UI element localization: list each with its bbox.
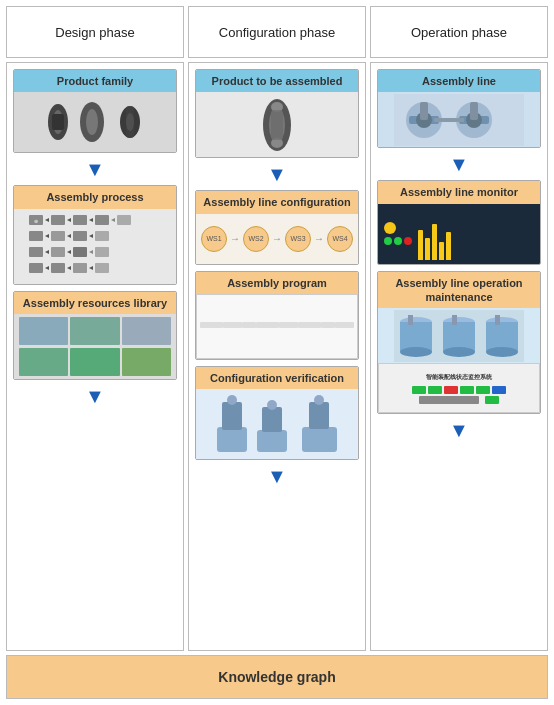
- product-family-card: Product family: [13, 69, 177, 153]
- svg-rect-51: [309, 402, 329, 429]
- program-row-2: [223, 322, 242, 328]
- svg-point-4: [86, 109, 98, 135]
- svg-marker-35: [67, 266, 71, 270]
- svg-rect-29: [73, 247, 87, 257]
- bar-5: [446, 232, 451, 260]
- bar-1: [418, 230, 423, 260]
- flow-node-3: WS3: [285, 226, 311, 252]
- svg-marker-33: [45, 266, 49, 270]
- operation-3d-svg: [394, 310, 524, 362]
- arrow-down-config-1: ▼: [195, 164, 359, 184]
- maintenance-card: Assembly line operation maintenance: [377, 271, 541, 415]
- panel-btn-blue-1: [492, 386, 506, 394]
- assembly-line-card: Assembly line: [377, 69, 541, 148]
- svg-rect-32: [29, 263, 43, 273]
- assembly-process-image: ⊕: [14, 209, 176, 284]
- program-row-1: [200, 322, 223, 328]
- panel-btn-green-5: [485, 396, 499, 404]
- program-row-4: [256, 322, 279, 328]
- flow-node-4: WS4: [327, 226, 353, 252]
- svg-rect-74: [452, 315, 457, 325]
- monitor-bars: [418, 208, 451, 260]
- knowledge-graph-label: Knowledge graph: [218, 669, 335, 685]
- svg-point-46: [227, 395, 237, 405]
- panel-title-text: 智能装配线状态监控系统: [426, 373, 492, 382]
- program-row-3: [242, 322, 256, 328]
- panel-btn-green-1: [412, 386, 426, 394]
- knowledge-graph-footer: Knowledge graph: [6, 655, 548, 699]
- svg-rect-60: [434, 118, 464, 122]
- product-family-image: [14, 92, 176, 152]
- flow-node-2: WS2: [243, 226, 269, 252]
- arrow-down-config-bottom: ▼: [195, 466, 359, 486]
- config-verification-card: Configuration verification: [195, 366, 359, 460]
- program-row-7: [321, 322, 335, 328]
- panel-btn-green-3: [460, 386, 474, 394]
- svg-rect-22: [73, 231, 87, 241]
- monitor-indicator-green1: [384, 237, 392, 245]
- assembly-line-image: [378, 92, 540, 147]
- monitor-indicator-green2: [394, 237, 402, 245]
- svg-marker-14: [89, 218, 93, 222]
- svg-rect-18: [29, 231, 43, 241]
- maintenance-3d-image: [378, 308, 540, 363]
- robot-assembly-svg: [394, 94, 524, 146]
- line-config-title: Assembly line configuration: [196, 191, 358, 213]
- svg-rect-11: [51, 215, 65, 225]
- program-row-8: [335, 322, 354, 328]
- svg-rect-75: [495, 315, 500, 325]
- svg-point-72: [486, 347, 518, 357]
- svg-point-52: [314, 395, 324, 405]
- svg-marker-23: [89, 234, 93, 238]
- assembly-program-title: Assembly program: [196, 272, 358, 294]
- monitor-title: Assembly line monitor: [378, 181, 540, 203]
- product-family-title: Product family: [14, 70, 176, 92]
- program-row-5: [279, 322, 298, 328]
- flow-arrow-3: →: [314, 233, 324, 244]
- phase-headers: Design phase Configuration phase Operati…: [6, 6, 548, 58]
- svg-point-66: [400, 347, 432, 357]
- svg-marker-19: [45, 234, 49, 238]
- flow-arrow-1: →: [230, 233, 240, 244]
- main-container: Design phase Configuration phase Operati…: [0, 0, 554, 705]
- svg-marker-37: [89, 266, 93, 270]
- assembly-program-card: Assembly program: [195, 271, 359, 360]
- assembly-resources-image: [14, 314, 176, 379]
- resource-img-4: [19, 348, 68, 376]
- flow-node-1: WS1: [201, 226, 227, 252]
- svg-rect-20: [51, 231, 65, 241]
- svg-rect-62: [470, 102, 478, 120]
- arrow-down-1: ▼: [13, 159, 177, 179]
- config-phase-header: Configuration phase: [188, 6, 366, 58]
- svg-marker-16: [111, 218, 115, 222]
- svg-rect-44: [217, 427, 247, 452]
- line-config-image: WS1 → WS2 → WS3 → WS4: [196, 214, 358, 264]
- assembly-process-title: Assembly process: [14, 186, 176, 208]
- svg-rect-73: [408, 315, 413, 325]
- config-column: Product to be assembled ▼ Assembly line …: [188, 62, 366, 651]
- resource-img-3: [122, 317, 171, 345]
- svg-rect-24: [95, 231, 109, 241]
- svg-rect-31: [95, 247, 109, 257]
- arrow-down-op-bottom: ▼: [377, 420, 541, 440]
- assembly-resources-title: Assembly resources library: [14, 292, 176, 314]
- assembly-process-card: Assembly process ⊕: [13, 185, 177, 284]
- svg-rect-50: [302, 427, 337, 452]
- panel-btn-row-2: [419, 396, 499, 404]
- svg-rect-61: [420, 102, 428, 120]
- svg-rect-45: [222, 402, 242, 430]
- svg-rect-27: [51, 247, 65, 257]
- svg-marker-21: [67, 234, 71, 238]
- parts-svg: [40, 96, 150, 148]
- panel-btn-green-4: [476, 386, 490, 394]
- svg-rect-2: [52, 114, 64, 130]
- 3d-assembly-svg: [212, 392, 342, 457]
- panel-btn-red-1: [444, 386, 458, 394]
- product-assembled-image: [196, 92, 358, 157]
- operation-phase-header: Operation phase: [370, 6, 548, 58]
- product-assembled-title: Product to be assembled: [196, 70, 358, 92]
- panel-btn-green-2: [428, 386, 442, 394]
- monitor-image: [378, 204, 540, 264]
- svg-marker-10: [45, 218, 49, 222]
- arrow-down-op-1: ▼: [377, 154, 541, 174]
